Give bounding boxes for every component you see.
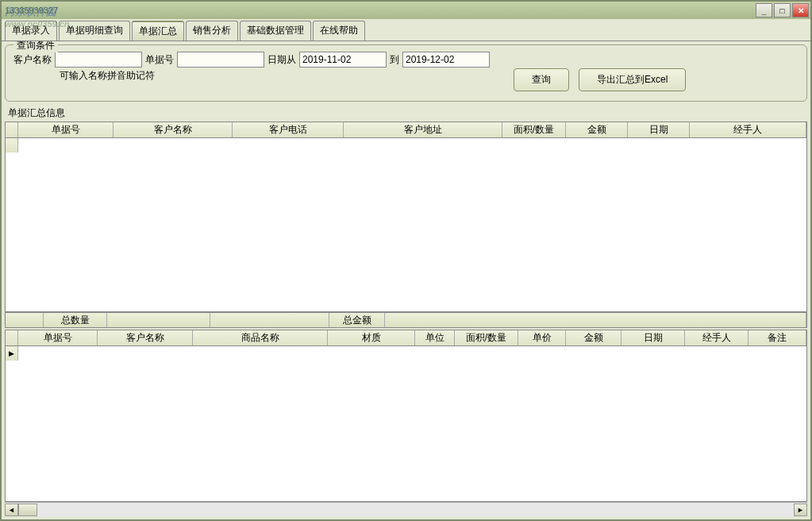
grid1-title: 单据汇总信息 [5,105,807,122]
grid2-header: 单据号 客户名称 商品名称 材质 单位 面积/数量 单价 金额 日期 经手人 备… [6,330,806,346]
grid1-col-date[interactable]: 日期 [628,122,690,137]
scroll-left-button[interactable]: ◄ [5,504,18,516]
grid2-col-price[interactable]: 单价 [518,330,566,345]
query-button[interactable]: 查询 [514,68,569,91]
total-amt-value [385,313,806,327]
tab-basic-data[interactable]: 基础数据管理 [240,21,311,41]
horizontal-scrollbar[interactable]: ◄ ► [5,502,807,516]
export-excel-button[interactable]: 导出汇总到Excel [579,68,686,91]
row-pointer-icon: ▶ [9,349,14,357]
tab-summary[interactable]: 单据汇总 [132,21,184,41]
tab-help[interactable]: 在线帮助 [313,21,365,41]
grid2-body[interactable]: ▶ [6,346,806,501]
query-fieldset: 查询条件 客户名称 单据号 日期从 到 可输入名称拼音助记符 查询 导出汇总到E… [5,44,807,102]
window-controls: _ □ ✕ [756,3,809,17]
total-amt-label: 总金额 [329,313,385,327]
date-to-label: 到 [390,53,399,67]
tab-entry[interactable]: 单据录入 [5,21,57,41]
date-from-label: 日期从 [267,53,296,67]
summary-bar: 总数量 总金额 [5,312,807,328]
grid1-body[interactable] [6,138,806,311]
minimize-button[interactable]: _ [756,3,772,17]
titlebar: 13335939327 _ □ ✕ [2,2,810,19]
scroll-right-button[interactable]: ► [794,504,807,516]
grid2-col-material[interactable]: 材质 [328,330,415,345]
grid2-col-unit[interactable]: 单位 [415,330,455,345]
detail-grid[interactable]: 单据号 客户名称 商品名称 材质 单位 面积/数量 单价 金额 日期 经手人 备… [5,330,807,502]
summary-grid[interactable]: 单据号 客户名称 客户电话 客户地址 面积/数量 金额 日期 经手人 [5,122,807,312]
total-qty-label: 总数量 [44,313,107,327]
date-to-input[interactable] [402,52,490,68]
scroll-track[interactable] [18,504,794,516]
grid1-col-qty[interactable]: 面积/数量 [502,122,566,137]
grid2-col-customer[interactable]: 客户名称 [98,330,193,345]
tab-sales-analysis[interactable]: 销售分析 [186,21,238,41]
customer-input[interactable] [55,52,142,68]
maximize-button[interactable]: □ [774,3,791,17]
grid2-col-product[interactable]: 商品名称 [193,330,328,345]
tab-detail-query[interactable]: 单据明细查询 [59,21,130,41]
grid2-col-docno[interactable]: 单据号 [18,330,98,345]
date-from-input[interactable] [299,52,387,68]
query-legend: 查询条件 [13,41,58,52]
close-button[interactable]: ✕ [792,3,809,17]
grid2-col-handler[interactable]: 经手人 [685,330,749,345]
grid1-col-customer[interactable]: 客户名称 [114,122,233,137]
grid2-col-remark[interactable]: 备注 [749,330,806,345]
grid2-col-qty[interactable]: 面积/数量 [455,330,518,345]
docno-label: 单据号 [145,53,174,67]
grid1-col-address[interactable]: 客户地址 [344,122,502,137]
scroll-thumb[interactable] [18,504,37,516]
grid2-col-date[interactable]: 日期 [622,330,685,345]
grid1-col-amount[interactable]: 金额 [566,122,628,137]
grid1-col-handler[interactable]: 经手人 [690,122,806,137]
grid1-header: 单据号 客户名称 客户电话 客户地址 面积/数量 金额 日期 经手人 [6,122,806,138]
grid2-col-amount[interactable]: 金额 [566,330,622,345]
title-text: 13335939327 [5,6,58,15]
grid1-col-docno[interactable]: 单据号 [18,122,114,137]
docno-input[interactable] [177,52,264,68]
total-qty-value [107,313,210,327]
customer-label: 客户名称 [13,53,52,67]
grid1-col-phone[interactable]: 客户电话 [233,122,344,137]
tab-bar: 单据录入 单据明细查询 单据汇总 销售分析 基础数据管理 在线帮助 [2,19,810,41]
